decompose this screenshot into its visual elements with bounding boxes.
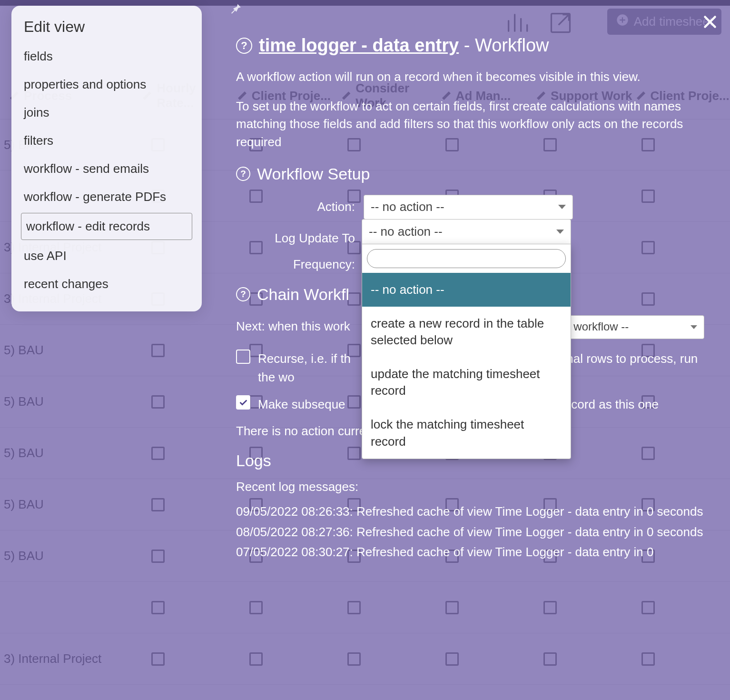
next-workflow-select[interactable]: workflow -- (566, 315, 704, 339)
help-icon[interactable]: ? (236, 167, 250, 181)
dropdown-option[interactable]: -- no action -- (362, 273, 571, 307)
action-select[interactable]: -- no action -- (364, 195, 573, 220)
make-subsequent-checkbox[interactable] (236, 395, 250, 410)
action-select-open[interactable]: -- no action -- (362, 219, 571, 244)
dropdown-search-wrap (362, 244, 571, 273)
dropdown-search-input[interactable] (367, 249, 566, 268)
dropdown-option[interactable]: create a new record in the table selecte… (362, 307, 571, 357)
intro-para-1: A workflow action will run on a record w… (236, 68, 711, 86)
popover-item[interactable]: properties and options (11, 70, 202, 99)
popover-item[interactable]: fields (11, 42, 202, 70)
intro-para-2: To set up the workflow to act on certain… (236, 98, 711, 151)
workflow-setup-heading: ?Workflow Setup (236, 165, 711, 183)
close-icon[interactable] (701, 13, 719, 32)
help-icon[interactable]: ? (236, 38, 252, 54)
action-label: Action: (236, 200, 364, 214)
popover-item[interactable]: workflow - send emails (11, 155, 202, 183)
panel-title: ? time logger - data entry - Workflow (236, 35, 711, 56)
popover-item[interactable]: filters (11, 127, 202, 155)
chevron-down-icon (558, 205, 566, 209)
frequency-label: Frequency: (236, 257, 364, 272)
dropdown-option[interactable]: lock the matching timesheet record (362, 408, 571, 458)
log-entry: 08/05/2022 08:27:36: Refreshed cache of … (236, 523, 711, 540)
recurse-checkbox[interactable] (236, 350, 250, 364)
popover-item[interactable]: workflow - generate PDFs (11, 183, 202, 211)
log-label: Log Update To (236, 231, 364, 246)
dropdown-option[interactable]: update the matching timesheet record (362, 357, 571, 408)
popover-item[interactable]: workflow - edit records (21, 213, 192, 240)
chevron-down-icon (691, 325, 697, 329)
popover-item[interactable]: joins (11, 99, 202, 127)
popover-title: Edit view (11, 15, 202, 42)
popover-item[interactable]: recent changes (11, 270, 202, 298)
logs-subheading: Recent log messages: (236, 480, 711, 494)
log-entry: 09/05/2022 08:26:33: Refreshed cache of … (236, 503, 711, 520)
popover-item[interactable]: use API (11, 242, 202, 270)
edit-view-popover: Edit view fieldsproperties and optionsjo… (11, 6, 202, 311)
title-link[interactable]: time logger - data entry (259, 35, 459, 55)
help-icon[interactable]: ? (236, 287, 250, 301)
action-dropdown: -- no action --create a new record in th… (362, 244, 571, 459)
chevron-down-icon (556, 230, 564, 234)
log-entry: 07/05/2022 08:30:27: Refreshed cache of … (236, 543, 711, 560)
